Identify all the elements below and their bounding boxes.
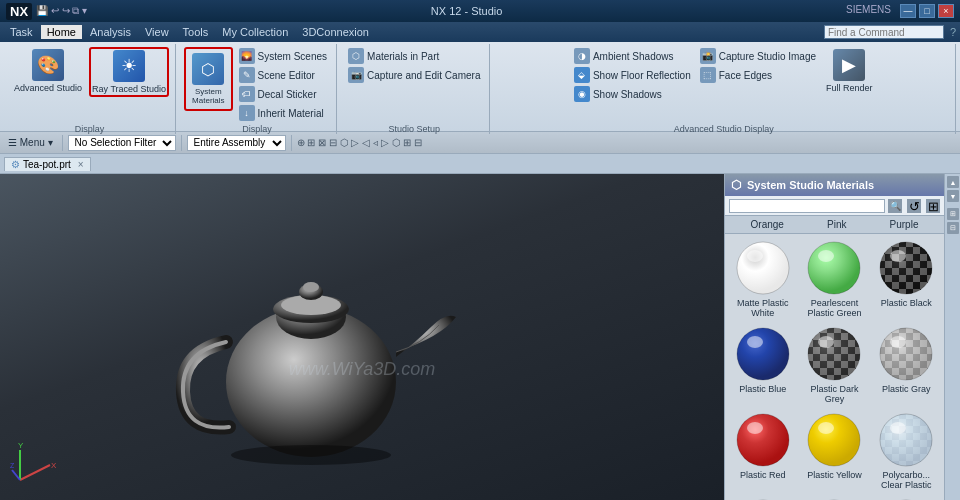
material-item[interactable]: Plastic Gray xyxy=(872,324,940,406)
window-controls: SIEMENS — □ × xyxy=(846,4,954,18)
adv-small-btns: ◑ Ambient Shadows ⬙ Show Floor Reflectio… xyxy=(571,47,694,103)
svg-point-50 xyxy=(818,422,834,434)
material-item[interactable]: Polycarbo... GF xyxy=(729,496,797,500)
maximize-button[interactable]: □ xyxy=(919,4,935,18)
find-command-input[interactable] xyxy=(824,25,944,39)
view-toggle-button[interactable]: ⊞ xyxy=(926,199,940,213)
side-btn-3[interactable]: ⊞ xyxy=(947,208,959,220)
material-name: Polycarbo... Clear Plastic xyxy=(874,470,938,490)
side-btn-2[interactable]: ▼ xyxy=(947,190,959,202)
show-shadows-label: Show Shadows xyxy=(593,89,662,100)
advanced-studio-icon: 🎨 xyxy=(32,49,64,81)
material-name: Matte Plastic White xyxy=(731,298,795,318)
material-sphere xyxy=(735,326,791,382)
menu-3dconnexion[interactable]: 3DConnexion xyxy=(296,25,375,39)
adv-small-btns2: 📸 Capture Studio Image ⬚ Face Edges xyxy=(697,47,819,84)
viewport-watermark: www.WiYa3D.com xyxy=(289,359,436,380)
material-item[interactable]: Plastic Yellow xyxy=(801,410,869,492)
advanced-studio-button[interactable]: 🎨 Advanced Studio xyxy=(10,47,86,95)
menu-bar: Task Home Analysis View Tools My Collect… xyxy=(0,22,960,42)
purple-category[interactable]: Purple xyxy=(886,219,923,230)
material-item[interactable]: Matte Plastic White xyxy=(729,238,797,320)
scene-editor-button[interactable]: ✎ Scene Editor xyxy=(236,66,330,84)
capture-edit-camera-icon: 📷 xyxy=(348,67,364,83)
ambient-shadows-icon: ◑ xyxy=(574,48,590,64)
search-button[interactable]: 🔍 xyxy=(888,199,902,213)
menu-analysis[interactable]: Analysis xyxy=(84,25,137,39)
material-sphere xyxy=(878,240,934,296)
material-item[interactable]: Pearlescent Plastic Green xyxy=(801,238,869,320)
material-item[interactable]: Plastic Red xyxy=(729,410,797,492)
material-sphere xyxy=(878,412,934,468)
orange-category[interactable]: Orange xyxy=(747,219,788,230)
material-search-input[interactable] xyxy=(729,199,885,213)
material-item[interactable]: Polycarbo... Clear Plastic xyxy=(872,410,940,492)
material-item[interactable]: Plastic Dark Grey xyxy=(801,324,869,406)
capture-edit-camera-button[interactable]: 📷 Capture and Edit Camera xyxy=(345,66,483,84)
title-bar: NX 💾 ↩ ↪ ⧉ ▾ NX 12 - Studio SIEMENS — □ … xyxy=(0,0,960,22)
capture-studio-icon: 📸 xyxy=(700,48,716,64)
close-button[interactable]: × xyxy=(938,4,954,18)
ribbon: 🎨 Advanced Studio ☀ Ray Traced Studio Di… xyxy=(0,42,960,132)
full-render-button[interactable]: ▶ Full Render xyxy=(822,47,877,95)
materials-in-part-button[interactable]: ⬡ Materials in Part xyxy=(345,47,483,65)
show-floor-label: Show Floor Reflection xyxy=(593,70,691,81)
inherit-material-button[interactable]: ↓ Inherit Material xyxy=(236,104,330,122)
minimize-button[interactable]: — xyxy=(900,4,916,18)
selection-filter-select[interactable]: No Selection Filter xyxy=(68,135,176,151)
capture-studio-button[interactable]: 📸 Capture Studio Image xyxy=(697,47,819,65)
material-item[interactable]: Polypropyl... xyxy=(801,496,869,500)
window-title: NX 12 - Studio xyxy=(87,5,846,17)
decal-sticker-button[interactable]: 🏷 Decal Sticker xyxy=(236,85,330,103)
ribbon-content: 🎨 Advanced Studio ☀ Ray Traced Studio Di… xyxy=(0,42,960,136)
capture-edit-camera-label: Capture and Edit Camera xyxy=(367,70,480,81)
refresh-button[interactable]: ↺ xyxy=(907,199,921,213)
face-edges-button[interactable]: ⬚ Face Edges xyxy=(697,66,819,84)
menu-tools[interactable]: Tools xyxy=(177,25,215,39)
show-shadows-button[interactable]: ◉ Show Shadows xyxy=(571,85,694,103)
ribbon-group-advanced: ◑ Ambient Shadows ⬙ Show Floor Reflectio… xyxy=(492,44,956,134)
axis-indicator: X Y Z xyxy=(10,440,60,490)
material-item[interactable]: Plastic Black xyxy=(872,238,940,320)
material-name: Plastic Blue xyxy=(739,384,786,394)
panel-title: System Studio Materials xyxy=(747,179,874,191)
svg-point-36 xyxy=(818,336,834,348)
system-materials-button[interactable]: ⬡ SystemMaterials xyxy=(188,51,228,107)
file-tab-close[interactable]: × xyxy=(78,159,84,170)
materials-in-part-label: Materials in Part xyxy=(367,51,439,62)
system-materials-icon: ⬡ xyxy=(192,53,224,85)
menu-home[interactable]: Home xyxy=(41,25,82,39)
material-item[interactable]: Plastic Blue xyxy=(729,324,797,406)
system-scenes-button[interactable]: 🌄 System Scenes xyxy=(236,47,330,65)
studio-small-btns: ⬡ Materials in Part 📷 Capture and Edit C… xyxy=(345,47,483,84)
ambient-shadows-button[interactable]: ◑ Ambient Shadows xyxy=(571,47,694,65)
material-item[interactable]: Polyuretha... Rough xyxy=(872,496,940,500)
decal-sticker-icon: 🏷 xyxy=(239,86,255,102)
full-render-icon: ▶ xyxy=(833,49,865,81)
panel-side: ▲ ▼ ⊞ ⊟ xyxy=(944,174,960,500)
main-area: www.WiYa3D.com X Y Z ⬡ System Studio Mat… xyxy=(0,174,960,500)
show-floor-reflection-button[interactable]: ⬙ Show Floor Reflection xyxy=(571,66,694,84)
ray-traced-studio-button[interactable]: ☀ Ray Traced Studio xyxy=(89,47,169,97)
viewport[interactable]: www.WiYa3D.com X Y Z xyxy=(0,174,724,500)
materials-in-part-icon: ⬡ xyxy=(348,48,364,64)
ribbon-group-display1: 🎨 Advanced Studio ☀ Ray Traced Studio Di… xyxy=(4,44,176,134)
material-sphere xyxy=(806,326,862,382)
menu-view[interactable]: View xyxy=(139,25,175,39)
system-scenes-icon: 🌄 xyxy=(239,48,255,64)
file-tab[interactable]: ⚙ Tea-pot.prt × xyxy=(4,157,91,171)
assembly-select[interactable]: Entire Assembly xyxy=(187,135,286,151)
menu-task[interactable]: Task xyxy=(4,25,39,39)
studio-setup-label: Studio Setup xyxy=(388,124,440,134)
help-icon[interactable]: ? xyxy=(950,26,956,38)
material-sphere xyxy=(806,240,862,296)
material-name: Plastic Dark Grey xyxy=(803,384,867,404)
toolbar-icons: ⊕ ⊞ ⊠ ⊟ ⬡ ▷ ◁ ◃ ▷ ⬡ ⊞ ⊟ xyxy=(297,137,423,148)
menu-collection[interactable]: My Collection xyxy=(216,25,294,39)
pink-category[interactable]: Pink xyxy=(823,219,850,230)
side-btn-1[interactable]: ▲ xyxy=(947,176,959,188)
right-panel: ⬡ System Studio Materials 🔍 ↺ ⊞ Orange P… xyxy=(724,174,944,500)
ribbon-group-studio: ⬡ Materials in Part 📷 Capture and Edit C… xyxy=(339,44,490,134)
side-btn-4[interactable]: ⊟ xyxy=(947,222,959,234)
menu-dropdown-button[interactable]: ☰ Menu ▾ xyxy=(4,136,57,149)
